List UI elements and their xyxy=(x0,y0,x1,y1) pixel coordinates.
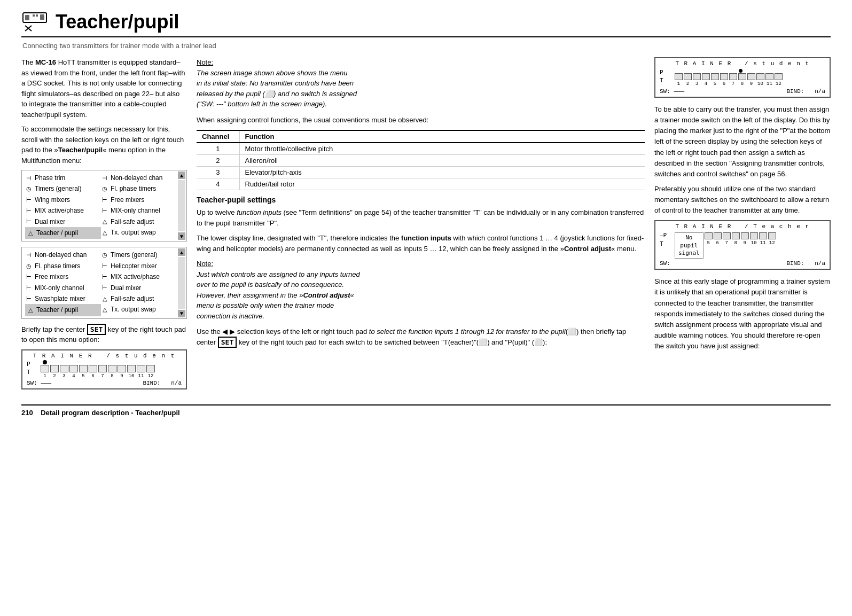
menu1-r4: ⊢ MIX-only channel xyxy=(101,205,177,216)
scroll-down-2[interactable]: ▼ xyxy=(178,310,185,317)
sw-right-top: SW: ——— xyxy=(660,88,684,95)
note1-line2: in its initial state: No transmitter con… xyxy=(197,78,645,89)
page-number: 210 xyxy=(21,409,33,417)
fn2: Aileron/roll xyxy=(239,154,645,166)
svg-rect-3 xyxy=(36,14,38,17)
menu-box-1: ⊣ Phase trim ◷ Timers (general) ⊢ Wing m… xyxy=(21,170,187,241)
menu2-r5: △ Fail-safe adjust xyxy=(101,293,177,304)
ch2: 2 xyxy=(197,154,239,166)
bkey12 xyxy=(768,232,776,239)
rnum9: 9 xyxy=(747,81,755,87)
rnum8: 8 xyxy=(738,81,746,87)
menu2-item3: ⊢ Free mixers xyxy=(25,271,101,282)
flphase-icon: ◷ xyxy=(101,184,108,194)
menu2-r4: ⊢ Dual mixer xyxy=(101,283,177,293)
bnum9: 9 xyxy=(741,240,749,246)
rkey6 xyxy=(720,73,728,80)
table-row: 1 Motor throttle/collective pitch xyxy=(197,143,645,155)
menu2-item6-highlighted[interactable]: △ Teacher / pupil xyxy=(25,304,101,316)
scroll-up-1[interactable]: ▲ xyxy=(178,171,185,179)
txswap2-icon: △ xyxy=(101,305,108,315)
rkey4 xyxy=(702,73,710,80)
key12 xyxy=(146,365,155,372)
note2-line1: Just which controls are assigned to any … xyxy=(197,269,645,280)
col-function: Function xyxy=(239,130,645,143)
right-text-3: Since at this early stage of programming… xyxy=(654,276,831,352)
mixactive2-icon: ⊢ xyxy=(101,272,108,282)
key10 xyxy=(127,365,136,372)
bind-left: BIND: n/a xyxy=(143,380,182,386)
fn3: Elevator/pitch-axis xyxy=(239,166,645,178)
failsafe2-icon: △ xyxy=(101,294,108,304)
menu1-r1: ⊣ Non-delayed chan xyxy=(101,173,177,183)
scroll-up-2[interactable]: ▲ xyxy=(178,248,185,256)
num3: 3 xyxy=(60,373,68,379)
menu1-item1: ⊣ Phase trim xyxy=(25,173,101,183)
menu1-col2: ⊣ Non-delayed chan ◷ Fl. phase timers ⊢ … xyxy=(101,173,177,239)
right-column: T R A I N E R / s t u d e n t PT xyxy=(654,57,831,394)
dual-icon: ⊢ xyxy=(25,216,33,227)
scrollbar-1[interactable]: ▲ ▼ xyxy=(178,171,185,240)
pupil-label: pupil xyxy=(678,242,700,249)
middle-column: Note: The screen image shown above shows… xyxy=(197,57,645,394)
num8: 8 xyxy=(108,373,116,379)
page-subtitle: Connecting two transmitters for trainer … xyxy=(22,42,831,50)
ch1: 1 xyxy=(197,143,239,155)
txswap-icon: △ xyxy=(101,228,108,238)
scrollbar-2[interactable]: ▲ ▼ xyxy=(178,248,185,317)
menu1-item6-highlighted[interactable]: △ Teacher / pupil xyxy=(25,227,101,239)
menu1-col1: ⊣ Phase trim ◷ Timers (general) ⊢ Wing m… xyxy=(25,173,101,239)
num11: 11 xyxy=(137,373,145,379)
failsafe-icon: △ xyxy=(101,216,108,227)
right-text-1: To be able to carry out the transfer, yo… xyxy=(654,104,831,180)
body1: Up to twelve function inputs (see "Term … xyxy=(197,207,645,229)
key3 xyxy=(60,365,68,372)
bnum5: 5 xyxy=(705,240,713,246)
key7 xyxy=(98,365,107,372)
bnum12: 12 xyxy=(768,240,776,246)
rnum10: 10 xyxy=(756,81,764,87)
dual2-icon: ⊢ xyxy=(101,283,108,293)
bkey7 xyxy=(723,232,731,239)
rnum6: 6 xyxy=(720,81,728,87)
teacher-icon: △ xyxy=(27,228,34,238)
rnum11: 11 xyxy=(765,81,773,87)
menu1-r3: ⊢ Free mixers xyxy=(101,194,177,205)
nondelay-icon: ⊣ xyxy=(101,173,108,183)
menu2-col2: ◷ Timers (general) ⊢ Helicopter mixer ⊢ … xyxy=(101,249,177,316)
free2-icon: ⊢ xyxy=(25,272,33,282)
pt-label-left: PT xyxy=(27,360,41,377)
note1-line1: The screen image shown above shows the m… xyxy=(197,68,645,79)
fn4: Rudder/tail rotor xyxy=(239,178,645,190)
timers-icon: ◷ xyxy=(25,184,33,194)
trainer-screen-top-right: T R A I N E R / s t u d e n t PT xyxy=(654,57,831,98)
svg-rect-2 xyxy=(33,14,35,17)
no-label: No xyxy=(678,234,700,241)
num6: 6 xyxy=(89,373,97,379)
key9 xyxy=(118,365,126,372)
num10: 10 xyxy=(127,373,136,379)
key2 xyxy=(50,365,59,372)
note2-title: Note: xyxy=(197,259,645,269)
trainer-right-bot-bottom: SW: BIND: n/a xyxy=(660,260,825,267)
trainer-top-right-line: T R A I N E R / s t u d e n t xyxy=(660,60,825,67)
rkey2 xyxy=(684,73,692,80)
col-channel: Channel xyxy=(197,130,239,143)
menu2-r1: ◷ Timers (general) xyxy=(101,249,177,260)
rkey1 xyxy=(675,73,683,80)
channel-table-section: Channel Function 1 Motor throttle/collec… xyxy=(197,130,645,190)
bkey8 xyxy=(732,232,740,239)
num1: 1 xyxy=(41,373,49,379)
teacher2-icon: △ xyxy=(27,305,34,315)
body3: Use the ◀ ▶ selection keys of the left o… xyxy=(197,326,645,348)
rnum2: 2 xyxy=(684,81,692,87)
num4: 4 xyxy=(69,373,78,379)
menu2-col1: ⊣ Non-delayed chan ◷ Fl. phase timers ⊢ … xyxy=(25,249,101,316)
menu2-r3: ⊢ MIX active/phase xyxy=(101,271,177,282)
body2: The lower display line, designated with … xyxy=(197,233,645,254)
trainer-screen-left: T R A I N E R / s t u d e n t PT xyxy=(21,349,187,389)
svg-rect-4 xyxy=(40,14,44,20)
table-row: 3 Elevator/pitch-axis xyxy=(197,166,645,178)
scroll-down-1[interactable]: ▼ xyxy=(178,232,185,240)
trainer-screen-bottom-right: T R A I N E R / T e a c h e r –PT No pup… xyxy=(654,220,831,270)
